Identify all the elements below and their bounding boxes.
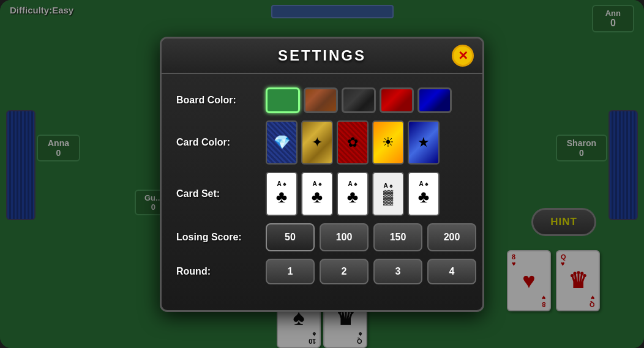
- game-background: Difficulty:Easy Ann 0 Anna 0 Sharon 0: [0, 0, 644, 348]
- modal-overlay: SETTINGS ✕ Board Color:: [0, 0, 644, 348]
- card-set-row: Card Set: A ♠ ♣ A ♠ ♣ A ♠: [176, 172, 468, 216]
- card-set-label: Card Set:: [176, 188, 256, 199]
- board-color-green[interactable]: [266, 87, 300, 113]
- modal-title: SETTINGS: [278, 47, 366, 64]
- score-btn-50[interactable]: 50: [266, 223, 315, 251]
- settings-modal: SETTINGS ✕ Board Color:: [160, 37, 484, 312]
- losing-score-row: Losing Score: 50 100 150 200: [176, 223, 468, 251]
- card-back-orange[interactable]: ☀: [372, 120, 404, 165]
- card-set-3[interactable]: A ♠ ♣: [337, 172, 369, 216]
- device-frame: Difficulty:Easy Ann 0 Anna 0 Sharon 0: [0, 0, 644, 348]
- score-btn-150[interactable]: 150: [373, 223, 422, 251]
- card-back-navy[interactable]: ★: [408, 120, 440, 165]
- board-color-label: Board Color:: [176, 95, 256, 106]
- board-color-options: [266, 87, 452, 113]
- round-buttons: 1 2 3 4: [266, 259, 476, 284]
- card-set-4[interactable]: A ♠ ▓: [372, 172, 404, 216]
- modal-header: SETTINGS ✕: [162, 39, 482, 74]
- card-set-options: A ♠ ♣ A ♠ ♣ A ♠ ♣: [266, 172, 440, 216]
- losing-score-label: Losing Score:: [176, 232, 256, 243]
- card-set-1[interactable]: A ♠ ♣: [266, 172, 298, 216]
- card-back-gold[interactable]: ✦: [301, 120, 333, 165]
- score-btn-200[interactable]: 200: [427, 223, 476, 251]
- close-button[interactable]: ✕: [452, 45, 474, 67]
- modal-body: Board Color: Card Color: �: [162, 74, 482, 298]
- score-btn-100[interactable]: 100: [320, 223, 369, 251]
- round-btn-4[interactable]: 4: [427, 259, 476, 284]
- card-back-blue[interactable]: 💎: [266, 120, 298, 165]
- card-color-row: Card Color: 💎 ✦ ✿ ☀ ★: [176, 120, 468, 165]
- round-row: Round: 1 2 3 4: [176, 259, 468, 284]
- card-color-label: Card Color:: [176, 137, 256, 148]
- card-back-red[interactable]: ✿: [337, 120, 369, 165]
- board-color-red[interactable]: [380, 87, 414, 113]
- losing-score-buttons: 50 100 150 200: [266, 223, 476, 251]
- card-color-options: 💎 ✦ ✿ ☀ ★: [266, 120, 440, 165]
- round-label: Round:: [176, 266, 256, 277]
- round-btn-1[interactable]: 1: [266, 259, 315, 284]
- board-color-row: Board Color:: [176, 87, 468, 113]
- board-color-blue[interactable]: [417, 87, 452, 113]
- round-btn-2[interactable]: 2: [320, 259, 369, 284]
- board-color-dark[interactable]: [342, 87, 376, 113]
- card-set-2[interactable]: A ♠ ♣: [301, 172, 333, 216]
- card-set-5[interactable]: A ♠ ♣: [408, 172, 440, 216]
- board-color-wood[interactable]: [304, 87, 338, 113]
- round-btn-3[interactable]: 3: [373, 259, 422, 284]
